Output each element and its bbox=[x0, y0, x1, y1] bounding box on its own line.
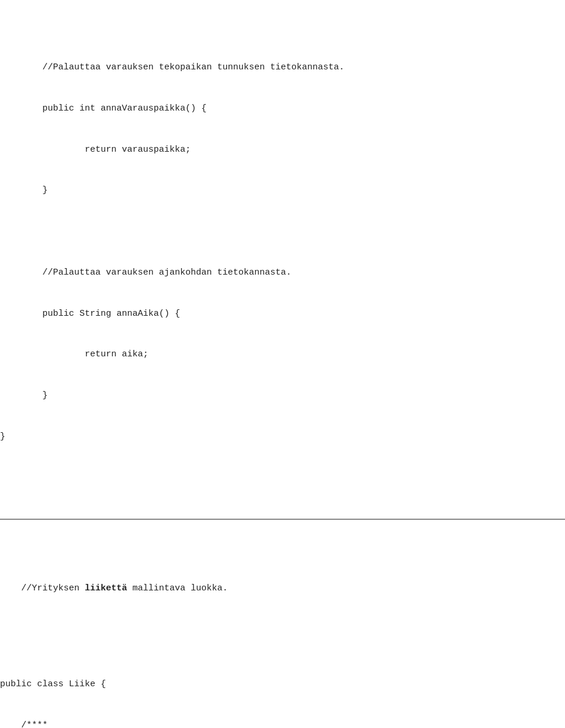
code-line: return aika; bbox=[0, 348, 565, 361]
code-line: } bbox=[0, 389, 565, 402]
code-line bbox=[0, 225, 565, 238]
code-line: public String annaAika() { bbox=[0, 307, 565, 320]
code-line: public class Liike { bbox=[0, 677, 565, 691]
code-line: public int annaVarauspaikka() { bbox=[0, 102, 565, 115]
code-line: return varauspaikka; bbox=[0, 143, 565, 156]
code-line: /**** bbox=[0, 719, 565, 728]
comment-line: //Yrityksen liikettä mallintava luokka. bbox=[0, 568, 565, 609]
comment-text-bold: liikettä bbox=[85, 583, 127, 593]
comment-text-plain: //Yrityksen bbox=[21, 583, 85, 593]
code-block: //Palauttaa varauksen tekopaikan tunnuks… bbox=[0, 0, 565, 728]
bottom-code-section: public class Liike { /**** **** LUOKKAMU… bbox=[0, 650, 565, 729]
comment-text-rest: mallintava luokka. bbox=[127, 583, 228, 593]
section-divider bbox=[0, 519, 565, 520]
top-code-section: //Palauttaa varauksen tekopaikan tunnuks… bbox=[0, 34, 565, 471]
code-line: //Palauttaa varauksen tekopaikan tunnuks… bbox=[0, 61, 565, 74]
code-line: //Palauttaa varauksen ajankohdan tietoka… bbox=[0, 266, 565, 279]
code-line: } bbox=[0, 430, 565, 443]
code-line: } bbox=[0, 183, 565, 197]
